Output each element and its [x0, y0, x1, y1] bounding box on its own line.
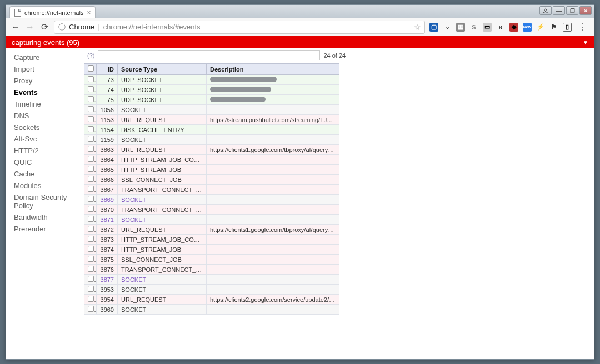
- col-description[interactable]: Description: [207, 64, 339, 75]
- row-checkbox[interactable]: [84, 265, 97, 275]
- restore-button[interactable]: ❐: [566, 6, 578, 15]
- table-row[interactable]: 1056SOCKET: [84, 105, 339, 115]
- ext-icon-r[interactable]: R: [496, 23, 505, 32]
- sidebar-item-events[interactable]: Events: [6, 87, 84, 98]
- address-bar[interactable]: ⓘ Chrome | chrome://net-internals/#event…: [54, 21, 425, 34]
- col-checkbox[interactable]: [84, 64, 97, 75]
- minimize-button[interactable]: —: [553, 6, 565, 15]
- ext-icon-5[interactable]: ▭: [483, 23, 492, 32]
- ext-icon-3[interactable]: ▦: [456, 23, 465, 32]
- table-row[interactable]: 3865HTTP_STREAM_JOB: [84, 165, 339, 175]
- ext-icon-pocket[interactable]: ⌄: [443, 23, 452, 32]
- row-checkbox[interactable]: [84, 205, 97, 215]
- sidebar-item-capture[interactable]: Capture: [6, 52, 84, 63]
- table-row[interactable]: 3877SOCKET: [84, 275, 339, 285]
- table-row[interactable]: 1154DISK_CACHE_ENTRY: [84, 125, 339, 135]
- back-button[interactable]: ←: [11, 22, 21, 32]
- table-row[interactable]: 3873HTTP_STREAM_JOB_CONTROLLER: [84, 235, 339, 245]
- sidebar-item-prerender[interactable]: Prerender: [6, 223, 84, 235]
- table-row[interactable]: 3867TRANSPORT_CONNECT_JOB: [84, 185, 339, 195]
- bookmark-icon[interactable]: ☆: [414, 23, 421, 32]
- ext-icon-7[interactable]: ◆: [509, 23, 518, 32]
- row-checkbox[interactable]: [84, 195, 97, 205]
- browser-tab[interactable]: chrome://net-internals ×: [9, 6, 96, 18]
- row-checkbox[interactable]: [84, 235, 97, 245]
- ext-icon-s[interactable]: S: [469, 23, 478, 32]
- table-row[interactable]: 3876TRANSPORT_CONNECT_JOB: [84, 265, 339, 275]
- table-row[interactable]: 3863URL_REQUESThttps://clients1.google.c…: [84, 145, 339, 155]
- row-checkbox[interactable]: [84, 115, 97, 125]
- row-checkbox[interactable]: [84, 305, 97, 315]
- sidebar-item-import[interactable]: Import: [6, 63, 84, 75]
- ext-icon-bolt[interactable]: ⚡: [536, 23, 545, 32]
- sidebar-item-modules[interactable]: Modules: [6, 180, 84, 191]
- table-row[interactable]: 3954URL_REQUESThttps://clients2.google.c…: [84, 295, 339, 305]
- sidebar-item-alt-svc[interactable]: Alt-Svc: [6, 133, 84, 145]
- table-row[interactable]: 3875SSL_CONNECT_JOB: [84, 255, 339, 265]
- forward-button[interactable]: →: [25, 22, 35, 32]
- site-info-icon[interactable]: ⓘ: [58, 23, 66, 31]
- sidebar-item-bandwidth[interactable]: Bandwidth: [6, 211, 84, 223]
- table-row[interactable]: 3874HTTP_STREAM_JOB: [84, 245, 339, 255]
- filter-row: (?) 24 of 24: [84, 48, 594, 63]
- row-source-type: SOCKET: [118, 195, 207, 205]
- row-checkbox[interactable]: [84, 285, 97, 295]
- close-tab-icon[interactable]: ×: [87, 9, 91, 17]
- reload-button[interactable]: ⟳: [39, 22, 49, 32]
- sidebar-item-cache[interactable]: Cache: [6, 168, 84, 180]
- row-checkbox[interactable]: [84, 155, 97, 165]
- capture-status-bar[interactable]: capturing events (95) ▼: [6, 36, 594, 48]
- sidebar-item-http-2[interactable]: HTTP/2: [6, 145, 84, 156]
- row-checkbox[interactable]: [84, 185, 97, 195]
- lang-button[interactable]: 文: [539, 6, 552, 15]
- row-checkbox[interactable]: [84, 175, 97, 185]
- table-row[interactable]: 3960SOCKET: [84, 305, 339, 315]
- ext-icon-new[interactable]: New: [523, 23, 532, 32]
- table-row[interactable]: 3870TRANSPORT_CONNECT_JOB: [84, 205, 339, 215]
- row-checkbox[interactable]: [84, 255, 97, 265]
- row-checkbox[interactable]: [84, 125, 97, 135]
- table-row[interactable]: 3872URL_REQUESThttps://clients1.google.c…: [84, 225, 339, 235]
- close-window-button[interactable]: ✕: [579, 6, 592, 15]
- sidebar-item-proxy[interactable]: Proxy: [6, 75, 84, 87]
- ext-icon-1[interactable]: ▢: [429, 23, 438, 32]
- row-checkbox[interactable]: [84, 225, 97, 235]
- sidebar-item-domain-security-policy[interactable]: Domain Security Policy: [6, 191, 84, 211]
- table-row[interactable]: 1159SOCKET: [84, 135, 339, 145]
- table-row[interactable]: 1153URL_REQUESThttps://stream.pushbullet…: [84, 115, 339, 125]
- row-checkbox[interactable]: [84, 105, 97, 115]
- row-id: 3869: [97, 195, 118, 205]
- events-grid[interactable]: ID Source Type Description 73UDP_SOCKET7…: [84, 63, 594, 359]
- sidebar-item-quic[interactable]: QUIC: [6, 156, 84, 168]
- ext-icon-flag[interactable]: ⚑: [549, 23, 558, 32]
- table-row[interactable]: 3869SOCKET: [84, 195, 339, 205]
- row-checkbox[interactable]: [84, 295, 97, 305]
- row-checkbox[interactable]: [84, 275, 97, 285]
- row-checkbox[interactable]: [84, 75, 97, 85]
- row-checkbox[interactable]: [84, 135, 97, 145]
- table-row[interactable]: 3866SSL_CONNECT_JOB: [84, 175, 339, 185]
- col-id[interactable]: ID: [97, 64, 118, 75]
- table-row[interactable]: 74UDP_SOCKET: [84, 85, 339, 95]
- filter-input[interactable]: [98, 50, 320, 60]
- row-checkbox[interactable]: [84, 215, 97, 225]
- table-row[interactable]: 73UDP_SOCKET: [84, 75, 339, 85]
- chrome-menu-icon[interactable]: ⋮: [576, 22, 589, 32]
- row-checkbox[interactable]: [84, 145, 97, 155]
- row-checkbox[interactable]: [84, 95, 97, 105]
- col-source-type[interactable]: Source Type: [118, 64, 207, 75]
- row-checkbox[interactable]: [84, 85, 97, 95]
- table-row[interactable]: 75UDP_SOCKET: [84, 95, 339, 105]
- sidebar-item-timeline[interactable]: Timeline: [6, 98, 84, 110]
- chevron-down-icon[interactable]: ▼: [583, 39, 588, 46]
- sidebar-item-sockets[interactable]: Sockets: [6, 122, 84, 133]
- ext-icon-box[interactable]: ▯: [563, 23, 572, 32]
- table-row[interactable]: 3953SOCKET: [84, 285, 339, 295]
- filter-help-icon[interactable]: (?): [87, 52, 94, 59]
- row-checkbox[interactable]: [84, 165, 97, 175]
- row-id: 3953: [97, 285, 118, 295]
- table-row[interactable]: 3871SOCKET: [84, 215, 339, 225]
- table-row[interactable]: 3864HTTP_STREAM_JOB_CONTROLLER: [84, 155, 339, 165]
- row-checkbox[interactable]: [84, 245, 97, 255]
- sidebar-item-dns[interactable]: DNS: [6, 110, 84, 122]
